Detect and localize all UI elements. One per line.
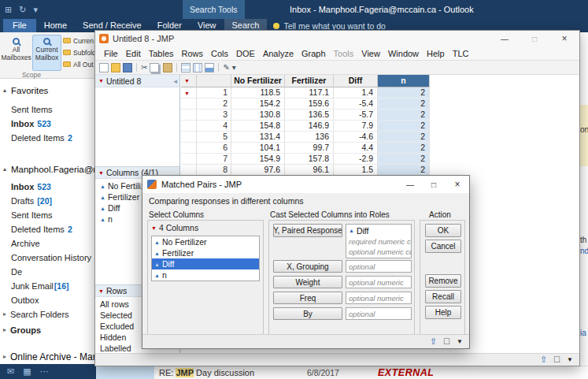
help-button[interactable]: Help	[425, 306, 461, 319]
row-state-cell[interactable]	[181, 165, 197, 176]
row-number[interactable]: 3	[197, 110, 231, 121]
menu-cols[interactable]: Cols	[207, 49, 232, 58]
qat-customize-icon[interactable]: ▾	[33, 5, 38, 15]
recall-button[interactable]: Recall	[425, 290, 461, 303]
cell-no-fertilizer[interactable]: 131.4	[231, 132, 285, 143]
cell-diff[interactable]: -4.6	[334, 132, 378, 143]
list-item-no-fertilizer[interactable]: ▲ No Fertilizer	[152, 236, 259, 247]
tell-me-box[interactable]: Tell me what you want to do	[273, 21, 386, 31]
row-number[interactable]: 2	[197, 98, 231, 110]
maximize-icon[interactable]: □	[422, 176, 446, 193]
minimize-icon[interactable]: —	[398, 176, 422, 193]
sidebar-item-outbox[interactable]: Outbox	[0, 293, 96, 307]
expand-chevron-icon[interactable]: ▸	[3, 326, 10, 333]
cell-n[interactable]: 2	[378, 154, 430, 165]
row-number[interactable]: 6	[197, 143, 231, 154]
split-table-icon[interactable]	[193, 63, 202, 72]
list-item-diff-selected[interactable]: ▲ Diff	[152, 258, 259, 269]
by-button[interactable]: By	[273, 307, 342, 320]
cell-no-fertilizer[interactable]: 130.8	[231, 110, 285, 121]
menu-window[interactable]: Window	[384, 49, 423, 58]
red-triangle-menu-icon[interactable]: ▼	[184, 78, 190, 84]
cell-diff[interactable]: 7.9	[334, 121, 378, 132]
subfolders-button[interactable]: Subfolde	[63, 46, 98, 58]
cell-n[interactable]: 2	[378, 132, 430, 143]
maximize-icon[interactable]: □	[520, 31, 549, 46]
cell-n[interactable]: 2	[378, 110, 430, 121]
sidebar-item-archive[interactable]: Archive	[0, 236, 96, 250]
email-row[interactable]: RE: JMP Day discussion	[159, 366, 254, 379]
cell-no-fertilizer[interactable]: 104.1	[231, 143, 285, 154]
cell-diff[interactable]: 4.4	[334, 143, 378, 154]
dropdown-arrow-icon[interactable]: ▼	[567, 356, 573, 363]
cell-diff[interactable]: -5.4	[334, 98, 378, 110]
weight-field[interactable]: optional numeric	[346, 276, 412, 288]
ok-button[interactable]: OK	[425, 224, 461, 237]
selected-email-indicator[interactable]	[96, 366, 154, 379]
row-number[interactable]: 1	[197, 87, 231, 98]
tab-file[interactable]: File	[3, 19, 36, 32]
cell-no-fertilizer[interactable]: 154.8	[231, 121, 285, 132]
weight-button[interactable]: Weight	[273, 276, 342, 288]
panel-collapse-icon[interactable]: ◂	[173, 77, 177, 85]
data-table-icon[interactable]	[181, 63, 190, 72]
row-state-checkbox-icon[interactable]: ☐	[553, 355, 560, 364]
up-arrow-status-icon[interactable]: ⇧	[540, 355, 547, 365]
cell-fertilizer[interactable]: 157.8	[285, 154, 334, 165]
sidebar-item-sent-items[interactable]: Sent Items	[0, 102, 96, 116]
by-field[interactable]: optional	[346, 307, 412, 320]
sidebar-item-junk-email[interactable]: Junk Email [16]	[0, 279, 96, 292]
cell-n[interactable]: 2	[378, 87, 430, 98]
sidebar-item-search-folders[interactable]: ▸ Search Folders	[0, 307, 96, 321]
sidebar-item-de[interactable]: De	[0, 265, 96, 278]
row-number[interactable]: 4	[197, 121, 231, 132]
app-icon[interactable]: ⊞	[5, 5, 12, 15]
red-triangle-menu-icon[interactable]: ▼	[151, 225, 157, 231]
grid-corner-cell[interactable]: ▼	[181, 75, 197, 87]
red-triangle-menu-icon[interactable]: ▼	[98, 170, 104, 176]
sidebar-item-groups[interactable]: ▸ Groups	[0, 323, 96, 336]
red-triangle-menu-icon[interactable]: ▼	[98, 78, 104, 84]
more-nav-icon[interactable]: ⋯	[40, 366, 49, 377]
close-icon[interactable]: ×	[549, 31, 579, 46]
column-header-diff[interactable]: Diff	[334, 75, 378, 87]
row-state-cell[interactable]	[181, 132, 197, 143]
row-state-cell[interactable]: ▼	[181, 87, 197, 98]
sidebar-section-favorites[interactable]: ▴ Favorites	[0, 84, 96, 97]
cancel-button[interactable]: Cancel	[425, 240, 461, 253]
toolbar-overflow-icon[interactable]: ▾	[232, 63, 236, 72]
column-header-fertilizer[interactable]: Fertilizer	[285, 75, 334, 87]
row-number-header[interactable]	[197, 75, 231, 87]
cell-diff[interactable]: 1.5	[334, 165, 378, 176]
y-paired-response-button[interactable]: Y, Paired Response	[273, 224, 342, 237]
new-document-icon[interactable]	[99, 63, 109, 72]
sidebar-item-inbox[interactable]: Inbox 523	[0, 117, 96, 130]
cell-no-fertilizer[interactable]: 154.9	[231, 154, 285, 165]
sidebar-item-drafts[interactable]: Drafts [20]	[0, 194, 96, 207]
cell-no-fertilizer[interactable]: 154.2	[231, 98, 285, 110]
cell-n[interactable]: 2	[378, 165, 430, 176]
cell-fertilizer[interactable]: 146.9	[285, 121, 334, 132]
cell-fertilizer[interactable]: 159.6	[285, 98, 334, 110]
column-header-n-selected[interactable]: n	[378, 75, 430, 87]
menu-tools[interactable]: Tools	[330, 49, 358, 58]
row-number[interactable]: 5	[197, 132, 231, 143]
all-mailboxes-button[interactable]: All Mailboxes	[2, 35, 31, 71]
column-header-no-fertilizer[interactable]: No Fertilizer	[231, 75, 285, 87]
sidebar-item-inbox[interactable]: Inbox 523	[0, 180, 96, 193]
row-state-cell[interactable]	[181, 110, 197, 121]
open-icon[interactable]	[111, 63, 120, 72]
cell-n[interactable]: 2	[378, 143, 430, 154]
x-grouping-button[interactable]: X, Grouping	[273, 260, 342, 273]
row-number[interactable]: 7	[197, 154, 231, 165]
sidebar-item-sent-items[interactable]: Sent Items	[0, 208, 96, 221]
freq-button[interactable]: Freq	[273, 292, 342, 304]
sidebar-section-account[interactable]: ▴ Manphool.Fageria@m...	[0, 162, 96, 176]
row-state-cell[interactable]	[181, 143, 197, 154]
cell-n[interactable]: 2	[378, 98, 430, 110]
row-state-checkbox-icon[interactable]: ☐	[443, 337, 450, 346]
y-role-field[interactable]: ▲Diff required numeric continu optional …	[346, 224, 412, 258]
menu-doe[interactable]: DOE	[232, 49, 259, 58]
cell-diff[interactable]: -2.9	[334, 154, 378, 165]
red-triangle-menu-icon[interactable]: ▼	[184, 91, 190, 96]
